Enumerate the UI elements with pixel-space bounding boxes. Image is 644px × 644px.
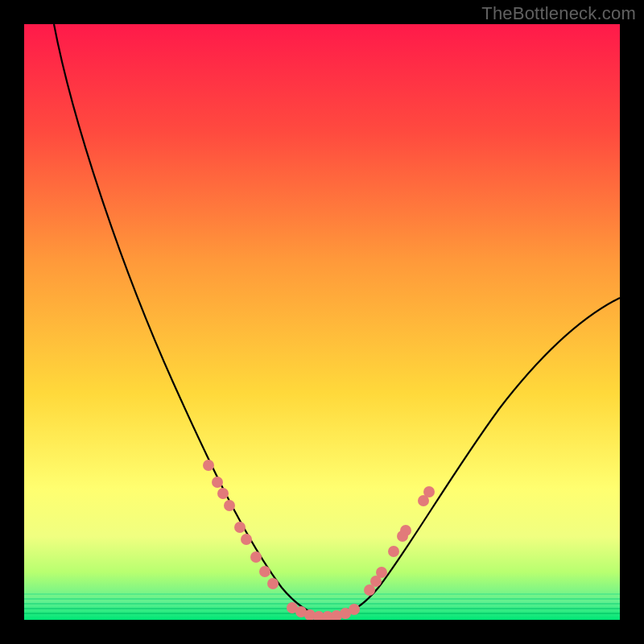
svg-point-10 — [241, 534, 252, 545]
svg-point-9 — [234, 522, 246, 533]
svg-point-7 — [217, 488, 229, 499]
svg-point-6 — [212, 477, 223, 488]
svg-point-13 — [267, 578, 279, 589]
svg-point-29 — [423, 486, 435, 497]
svg-point-27 — [400, 525, 411, 536]
svg-point-25 — [388, 546, 399, 557]
svg-point-24 — [376, 567, 387, 578]
svg-point-5 — [203, 460, 214, 471]
gradient-background — [24, 24, 620, 620]
chart-svg — [24, 24, 620, 620]
svg-point-21 — [349, 604, 360, 615]
svg-point-12 — [259, 566, 270, 577]
svg-point-8 — [224, 500, 235, 511]
watermark-text: TheBottleneck.com — [481, 3, 636, 24]
svg-point-11 — [250, 551, 262, 563]
bottleneck-chart — [24, 24, 620, 620]
